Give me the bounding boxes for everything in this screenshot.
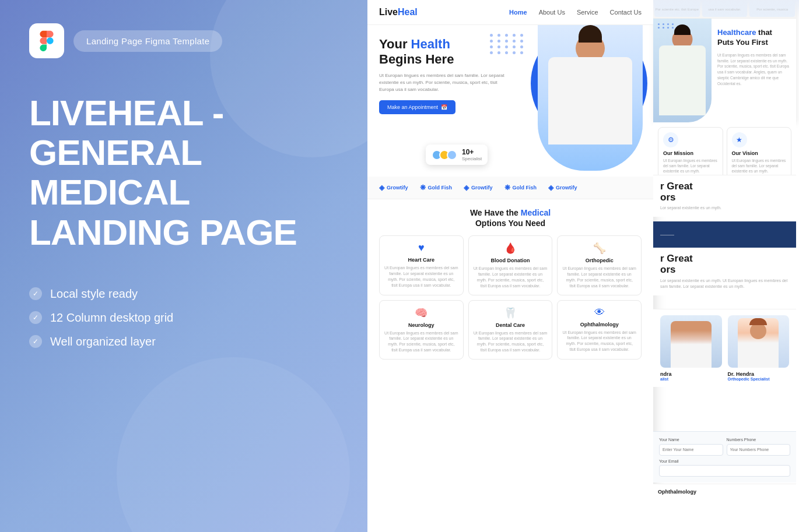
appointment-button[interactable]: Make an Appointment 📅 [379, 100, 455, 114]
features-list: ✓ Local style ready ✓ 12 Column desktop … [29, 287, 338, 348]
doctor1-image [660, 315, 722, 368]
right-panel: LiveHeal Home About Us Service Contact U… [367, 0, 799, 532]
neurology-desc: Ut Europan lingues es membres del sam fa… [384, 330, 458, 353]
check-icon-2: ✓ [29, 311, 42, 324]
brand-goldfish-2: ❋ Gold Fish [504, 184, 537, 192]
healthcare-content: Healthcare that Puts You First Ut Europa… [653, 19, 796, 122]
doctor-card-1: ndra alist [660, 315, 722, 381]
brand-goldfish-1: ❋ Gold Fish [420, 184, 453, 192]
great-doctors-2-title: r Great [660, 253, 789, 265]
doctor1-name-partial: ndra [660, 371, 722, 377]
left-panel: Landing Page Figma Template LIVEHEAL - G… [0, 0, 367, 532]
ophthalmology-desc: Ut Europan lingues es membres del sam fa… [562, 330, 636, 353]
neurology-icon: 🧠 [384, 306, 458, 319]
mission-icon: ⚙ [663, 132, 678, 147]
mission-desc: Ut Europan lingues es membres del sam fa… [663, 158, 718, 174]
name-field-group: Your Name [659, 438, 723, 456]
figma-logo [29, 23, 64, 58]
hero-title: Your Health Begins Here [379, 37, 507, 68]
healthcare-desc: Ut Europan lingues es membres del sam fa… [717, 52, 790, 87]
email-label: Your Email [659, 459, 790, 463]
top-images-row: Por scientie etc. tlsit Europe usa il sa… [653, 0, 796, 19]
feature-item-2: ✓ 12 Column desktop grid [29, 311, 338, 325]
nav-home[interactable]: Home [509, 9, 527, 16]
hero-doctor-image [538, 25, 643, 171]
stats-number: 10+ [462, 148, 482, 156]
mission-title: Our Mission [663, 150, 718, 156]
feature-item-3: ✓ Well organized layer [29, 335, 338, 348]
dental-icon: 🦷 [474, 306, 548, 319]
nav-about[interactable]: About Us [539, 9, 565, 16]
dr-hendra-image [728, 315, 790, 368]
vision-desc: Ut Europan lingues es membres del sam fa… [732, 158, 787, 174]
brand-icon-1: ◈ [379, 184, 384, 192]
stats-badge: 10+ Specialist [426, 145, 488, 165]
header-row: Landing Page Figma Template [29, 23, 338, 58]
service-blood-donation: 🩸 Blood Donation Ut Europan lingues es m… [468, 235, 553, 295]
section-title: We Have the Medical Options You Need [379, 207, 642, 228]
orthopedic-icon: 🦴 [562, 242, 636, 255]
dental-name: Dental Care [474, 322, 548, 328]
great-doctors-1-title: r Great [660, 181, 789, 192]
ophthalmology-label: ophthalmology [658, 489, 696, 495]
appointment-form: Your Name Numbers Phone Your Email [653, 431, 796, 482]
healthcare-panel: Por scientie etc. tlsit Europe usa il sa… [653, 0, 796, 122]
orthopedic-name: Orthopedic [562, 258, 636, 263]
feature-item-1: ✓ Local style ready [29, 287, 338, 301]
orthopedic-desc: Ut Europan lingues es membres del sam fa… [562, 266, 636, 288]
nav-service[interactable]: Service [577, 9, 598, 16]
brands-section: ◈ Growtify ❋ Gold Fish ◈ Growtify ❋ Gold… [367, 177, 653, 199]
avatar-stack [432, 150, 457, 160]
services-section: We Have the Medical Options You Need ♥ H… [367, 199, 653, 368]
eye-icon: 👁 [562, 306, 636, 319]
heart-care-name: Heart Care [384, 257, 458, 263]
phone-field-group: Numbers Phone [727, 438, 791, 456]
check-icon-3: ✓ [29, 335, 42, 348]
banner-text: ——— [660, 232, 674, 237]
ophthalmology-name: Ophthalmology [562, 322, 636, 327]
blood-donation-desc: Ut Europan lingues es membres del sam fa… [474, 266, 548, 288]
great-doctors-1-desc: Lor separat existentie es un myth. [660, 205, 789, 211]
great-doctors-2-desc: Lor separat existentie es un myth. Ut Eu… [660, 278, 789, 290]
form-row-1: Your Name Numbers Phone [659, 438, 790, 456]
brand-icon-3: ◈ [464, 184, 469, 192]
email-input[interactable] [659, 465, 790, 477]
dr-hendra-name: Dr. Hendra [728, 371, 790, 377]
avatar-3 [447, 150, 457, 160]
service-dental: 🦷 Dental Care Ut Europan lingues es memb… [468, 300, 553, 360]
nav-contact[interactable]: Contact Us [610, 9, 642, 16]
brand-icon-2: ❋ [420, 184, 426, 192]
phone-input[interactable] [727, 444, 791, 456]
neurology-name: Neurology [384, 322, 458, 328]
site-logo: LiveHeal [379, 7, 418, 17]
heart-care-desc: Ut Europan lingues es membres del sam fa… [384, 265, 458, 288]
brand-icon-4: ❋ [504, 184, 510, 192]
mission-card: ⚙ Our Mission Ut Europan lingues es memb… [658, 127, 723, 179]
name-label: Your Name [659, 438, 723, 442]
ophthalmology-section: ophthalmology [653, 484, 796, 532]
healthcare-title: Healthcare that Puts You First [717, 28, 790, 48]
great-doctors-panel-1: r Great ors Lor separat existentie es un… [653, 175, 796, 217]
website-preview: LiveHeal Home About Us Service Contact U… [367, 0, 653, 532]
great-doctors-panel-2: r Great ors Lor separat existentie es un… [653, 248, 796, 295]
service-orthopedic: 🦴 Orthopedic Ut Europan lingues es membr… [557, 235, 642, 295]
service-ophthalmology: 👁 Ophthalmology Ut Europan lingues es me… [557, 300, 642, 360]
doctor1-specialty-partial: alist [660, 377, 722, 381]
doctor-card-dr-hendra: Dr. Hendra Orthopedic Specialist [728, 315, 790, 381]
brand-icon-5: ◈ [548, 184, 553, 192]
name-input[interactable] [659, 444, 723, 456]
hero-text: Your Health Begins Here Ut Europan lingu… [379, 37, 507, 114]
brand-growtify-3: ◈ Growtify [548, 184, 577, 192]
dental-desc: Ut Europan lingues es membres del sam fa… [474, 330, 548, 353]
blue-banner: ——— [653, 221, 796, 248]
main-title: LIVEHEAL - GENERAL MEDICAL LANDING PAGE [29, 93, 338, 252]
healthcare-doctor [653, 19, 712, 122]
services-grid: ♥ Heart Care Ut Europan lingues es membr… [379, 235, 642, 359]
site-nav: LiveHeal Home About Us Service Contact U… [367, 0, 653, 25]
vision-card: ★ Our Vision Ut Europan lingues es membr… [727, 127, 792, 179]
brand-growtify-1: ◈ Growtify [379, 184, 408, 192]
heart-icon: ♥ [384, 242, 458, 254]
template-badge: Landing Page Figma Template [73, 30, 222, 52]
service-heart-care: ♥ Heart Care Ut Europan lingues es membr… [379, 235, 464, 295]
check-icon-1: ✓ [29, 287, 42, 300]
